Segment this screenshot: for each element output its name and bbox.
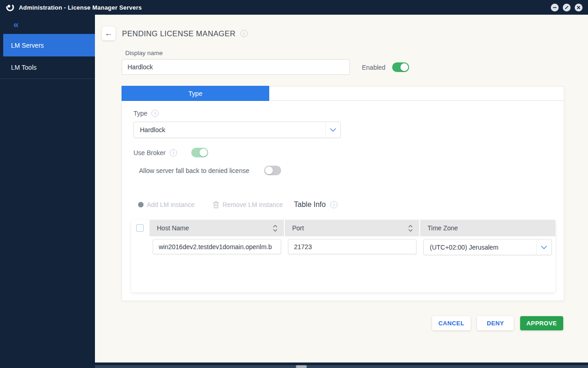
host-name-input[interactable] <box>153 239 281 254</box>
sidebar-item-label: LM Tools <box>11 64 37 71</box>
column-header-port[interactable]: Port <box>285 220 419 236</box>
remove-lm-instance-button[interactable]: Remove LM instance <box>213 201 283 208</box>
minimize-icon[interactable] <box>551 4 559 11</box>
chevron-down-icon <box>330 128 336 132</box>
toggle-knob <box>400 63 408 71</box>
sort-icon <box>408 225 413 232</box>
horizontal-scrollbar[interactable] <box>95 365 588 368</box>
close-icon[interactable] <box>575 4 582 11</box>
page-header: ← PENDING LICENSE MANAGER i <box>102 27 248 40</box>
back-button[interactable]: ← <box>102 27 116 40</box>
type-select-value: Hardlock <box>134 126 325 134</box>
cancel-button[interactable]: CANCEL <box>432 316 471 330</box>
titlebar: Administration - License Manager Servers <box>0 0 588 15</box>
display-name-input[interactable] <box>122 59 350 75</box>
app-window: Administration - License Manager Servers… <box>0 0 588 368</box>
fallback-toggle[interactable] <box>264 166 281 175</box>
tab-label: Type <box>189 90 202 97</box>
scrollbar-thumb[interactable] <box>296 365 307 368</box>
collapse-sidebar-button[interactable]: « <box>0 15 95 34</box>
sort-icon <box>273 225 277 232</box>
chevron-double-left-icon: « <box>13 19 18 30</box>
column-label: Port <box>292 224 408 232</box>
chevron-down-icon <box>541 245 547 249</box>
use-broker-label: Use Broker <box>133 149 166 156</box>
fallback-label: Allow server fall back to denied license <box>139 167 249 174</box>
add-circle-icon <box>138 202 144 207</box>
column-header-time-zone[interactable]: Time Zone <box>420 220 555 236</box>
tab-bar: Type <box>122 87 564 101</box>
type-select[interactable]: Hardlock <box>133 122 341 138</box>
use-broker-toggle[interactable] <box>191 148 208 157</box>
sidebar-item-label: LM Servers <box>11 42 44 49</box>
page-title-info-icon[interactable]: i <box>240 30 248 37</box>
window-controls <box>551 4 582 11</box>
deny-button[interactable]: DENY <box>477 316 514 330</box>
approve-button[interactable]: APPROVE <box>520 316 563 330</box>
table-toolbar: Add LM instance Remove LM instance Table… <box>138 201 338 209</box>
type-label: Type <box>133 110 147 117</box>
page-title: PENDING LICENSE MANAGER <box>122 29 236 38</box>
select-caret <box>325 122 340 138</box>
sidebar-item-lm-servers[interactable]: LM Servers <box>3 34 95 56</box>
sidebar-nav: LM Servers LM Tools <box>0 34 95 79</box>
port-input[interactable] <box>288 239 416 254</box>
use-broker-info-icon[interactable]: i <box>170 149 177 156</box>
column-label: Host Name <box>157 224 273 232</box>
app-logo-icon <box>6 3 15 12</box>
trash-icon <box>213 201 219 208</box>
timezone-select-value: (UTC+02:00) Jerusalem <box>424 244 536 251</box>
add-lm-instance-label: Add LM instance <box>147 201 194 208</box>
bottom-strip <box>0 362 588 368</box>
table-info-group: Table Info i <box>294 201 338 209</box>
enabled-toggle[interactable] <box>392 62 409 72</box>
lm-instances-table: Host Name Port Time <box>131 220 555 292</box>
tab-type[interactable]: Type <box>122 86 269 101</box>
use-broker-row: Use Broker i <box>133 148 208 157</box>
fallback-row: Allow server fall back to denied license <box>139 166 281 175</box>
sidebar: « LM Servers LM Tools <box>0 15 95 362</box>
display-name-label: Display name <box>125 50 163 56</box>
enabled-group: Enabled <box>362 62 409 72</box>
tab-panel: Type Type i Hardlock Use Broker i <box>122 86 564 301</box>
table-header: Host Name Port Time <box>150 220 555 236</box>
back-arrow-icon: ← <box>105 27 113 40</box>
column-label: Time Zone <box>427 224 549 232</box>
remove-lm-instance-label: Remove LM instance <box>222 201 283 208</box>
type-label-row: Type i <box>133 110 159 117</box>
select-caret <box>536 240 551 255</box>
main-content: ← PENDING LICENSE MANAGER i Display name… <box>95 15 588 362</box>
toggle-knob <box>200 149 207 156</box>
window-title: Administration - License Manager Servers <box>19 4 142 11</box>
table-info-label: Table Info <box>294 201 326 209</box>
select-all-checkbox[interactable] <box>136 224 144 232</box>
block-icon[interactable] <box>563 4 571 11</box>
footer-actions: CANCEL DENY APPROVE <box>432 316 563 330</box>
enabled-label: Enabled <box>362 64 385 71</box>
add-lm-instance-button[interactable]: Add LM instance <box>138 201 194 208</box>
timezone-select[interactable]: (UTC+02:00) Jerusalem <box>423 239 552 255</box>
sidebar-item-lm-tools[interactable]: LM Tools <box>0 56 95 79</box>
type-info-icon[interactable]: i <box>151 110 159 117</box>
column-header-host-name[interactable]: Host Name <box>150 220 284 236</box>
table-info-icon[interactable]: i <box>330 201 338 208</box>
toggle-knob <box>265 167 273 174</box>
